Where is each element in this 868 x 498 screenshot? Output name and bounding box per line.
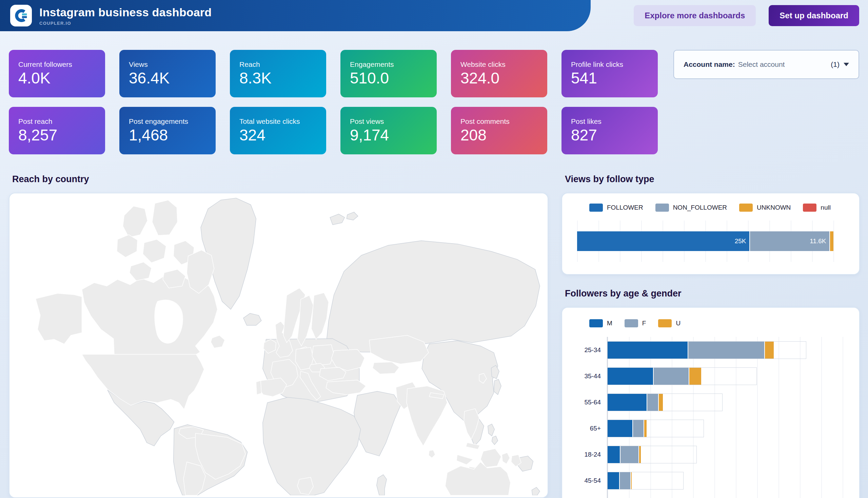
age-gender-chart: 25-3435-4455-6465+18-2445-5413-17 <box>577 337 844 498</box>
map-country-malaysia[interactable] <box>466 443 480 449</box>
follow-type-legend: FOLLOWERNON_FOLLOWERUNKNOWNnull <box>589 204 844 212</box>
map-canada-island-1[interactable] <box>123 206 147 237</box>
map-country-united-states[interactable] <box>82 354 204 409</box>
map-canada-island-6[interactable] <box>130 262 151 280</box>
age-stacked-bar-35-44[interactable] <box>607 368 757 385</box>
bar-value-label: 25K <box>735 237 746 245</box>
map-region-middle-east[interactable] <box>354 392 401 456</box>
age-segment-f-45-54[interactable] <box>619 472 630 489</box>
map-country-philippines-2[interactable] <box>492 436 498 445</box>
age-segment-m-18-24[interactable] <box>607 446 620 463</box>
world-map <box>12 195 546 495</box>
map-canada-island-4[interactable] <box>143 239 166 263</box>
age-segment-m-35-44[interactable] <box>607 368 653 385</box>
legend-chip-null <box>803 204 816 212</box>
age-segment-u-55-64[interactable] <box>658 394 663 411</box>
age-stacked-bar-45-54[interactable] <box>607 472 683 489</box>
legend-chip-follower <box>589 204 603 212</box>
kpi-card-post-engagements: Post engagements1,468 <box>119 107 216 154</box>
kpi-value: 36.4K <box>129 69 206 87</box>
map-country-japan-south[interactable] <box>494 379 502 394</box>
set-up-dashboard-button[interactable]: Set up dashboard <box>769 5 859 26</box>
age-segment-m-45-54[interactable] <box>607 472 619 489</box>
age-segment-u-35-44[interactable] <box>689 368 701 385</box>
age-stacked-bar-65[interactable] <box>607 420 704 437</box>
age-stacked-bar-55-64[interactable] <box>607 394 722 411</box>
account-filter-dropdown[interactable]: Account name: Select account (1) <box>673 50 859 79</box>
age-segment-f-25-34[interactable] <box>687 342 764 358</box>
map-canada-island-2[interactable] <box>152 200 178 235</box>
map-island-svalbard-1[interactable] <box>330 214 345 225</box>
follow-segment-non-follower[interactable]: 11.6K <box>749 231 829 251</box>
map-country-madagascar[interactable] <box>377 475 387 495</box>
kpi-label: Post reach <box>18 117 96 126</box>
explore-more-dashboards-button[interactable]: Explore more dashboards <box>634 5 756 26</box>
legend-chip-u <box>658 319 672 327</box>
age-segment-f-35-44[interactable] <box>653 368 689 385</box>
kpi-value: 510.0 <box>350 69 427 87</box>
map-canada-newfoundland[interactable] <box>211 336 225 348</box>
age-category-label: 13-17 <box>577 494 607 498</box>
age-bar-row-45-54 <box>607 468 844 494</box>
legend-item-m[interactable]: M <box>589 319 612 327</box>
age-segment-u-45-54[interactable] <box>630 472 632 489</box>
follow-segment-follower[interactable]: 25K <box>577 231 749 251</box>
age-stacked-bar-25-34[interactable] <box>607 342 806 358</box>
kpi-label: Profile link clicks <box>571 61 648 68</box>
map-country-russia[interactable] <box>326 241 540 352</box>
main-content: Reach by country <box>0 154 868 498</box>
map-indonesia-sumatra[interactable] <box>456 455 473 464</box>
account-filter-right: (1) <box>831 61 849 68</box>
kpi-card-total-website-clicks: Total website clicks324 <box>230 107 326 154</box>
age-segment-m-25-34[interactable] <box>607 342 687 358</box>
map-canada-island-3[interactable] <box>117 235 138 258</box>
coupler-logo-icon <box>13 8 29 23</box>
map-country-japan-north[interactable] <box>491 365 499 379</box>
kpi-card-post-views: Post views9,174 <box>340 107 437 154</box>
left-column: Reach by country <box>9 174 548 498</box>
kpi-card-post-reach: Post reach8,257 <box>9 107 105 154</box>
map-country-uzbekistan[interactable] <box>373 362 399 374</box>
legend-item-unknown[interactable]: UNKNOWN <box>739 204 791 212</box>
map-country-finland[interactable] <box>311 293 329 340</box>
age-segment-f-55-64[interactable] <box>646 394 658 411</box>
age-segment-m-65[interactable] <box>607 420 632 437</box>
map-canada-baffin-island[interactable] <box>187 250 214 293</box>
kpi-label: Current followers <box>18 61 96 68</box>
age-segment-f-18-24[interactable] <box>620 446 639 463</box>
map-country-new-zealand[interactable] <box>532 487 540 495</box>
map-country-portugal[interactable] <box>256 381 262 394</box>
map-country-turkey[interactable] <box>326 380 366 394</box>
age-segment-m-55-64[interactable] <box>607 394 646 411</box>
kpi-value: 541 <box>571 69 648 87</box>
map-indonesia-sulawesi[interactable] <box>502 453 510 464</box>
age-stacked-bar-18-24[interactable] <box>607 446 696 463</box>
map-country-australia[interactable] <box>445 462 511 495</box>
kpi-area: Current followers4.0KViews36.4KReach8.3K… <box>0 31 868 154</box>
map-country-iceland[interactable] <box>243 313 262 325</box>
kpi-label: Reach <box>239 61 317 68</box>
age-segment-f-65[interactable] <box>632 420 643 437</box>
map-country-philippines-1[interactable] <box>488 424 495 436</box>
map-country-sri-lanka[interactable] <box>429 450 435 458</box>
legend-item-non-follower[interactable]: NON_FOLLOWER <box>655 204 727 212</box>
follow-type-plot: 25K11.6K <box>577 221 844 262</box>
reach-by-country-card <box>9 193 548 498</box>
legend-item-u[interactable]: U <box>658 319 681 327</box>
legend-item-f[interactable]: F <box>625 319 646 327</box>
age-segment-u-18-24[interactable] <box>639 446 641 463</box>
age-segment-u-65[interactable] <box>643 420 646 437</box>
map-us-alaska[interactable] <box>36 293 82 344</box>
legend-item-null[interactable]: null <box>803 204 831 212</box>
page-title: Instagram business dashboard <box>39 6 212 19</box>
kpi-grid: Current followers4.0KViews36.4KReach8.3K… <box>9 50 658 154</box>
legend-item-follower[interactable]: FOLLOWER <box>589 204 643 212</box>
follow-segment-unknown[interactable] <box>829 231 833 251</box>
kpi-card-reach: Reach8.3K <box>230 50 326 97</box>
age-segment-u-25-34[interactable] <box>764 342 774 358</box>
age-gender-legend: MFU <box>589 319 844 327</box>
chevron-down-icon[interactable] <box>844 63 849 66</box>
header-titles: Instagram business dashboard COUPLER.IO <box>39 6 212 26</box>
map-island-svalbard-2[interactable] <box>347 212 358 220</box>
map-country-poland[interactable] <box>312 345 334 365</box>
